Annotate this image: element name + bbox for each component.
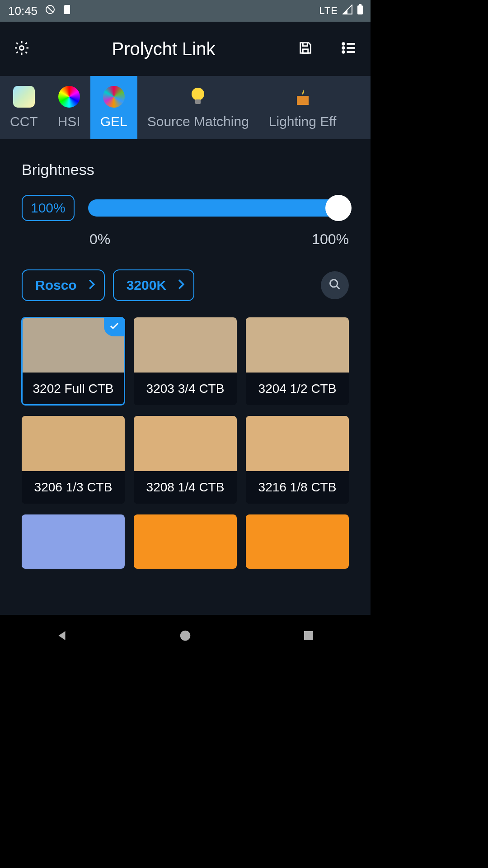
- gel-name: 3203 3/4 CTB: [134, 373, 237, 405]
- svg-rect-14: [297, 96, 309, 105]
- dnd-icon: [45, 4, 56, 18]
- slider-min-label: 0%: [89, 231, 110, 248]
- gel-icon: [103, 86, 125, 108]
- recents-button[interactable]: [302, 629, 315, 644]
- gel-card[interactable]: 3208 1/4 CTB: [134, 416, 237, 504]
- tab-label: Lighting Eff: [269, 114, 337, 129]
- circle-home-icon: [178, 636, 192, 644]
- tab-lighting-effects[interactable]: Lighting Eff: [259, 76, 347, 139]
- bulb-icon: [187, 86, 209, 108]
- slider-scale: 0% 100%: [89, 231, 349, 248]
- mode-tabs: CCT HSI GEL Source Matching Lighting Eff: [0, 76, 371, 139]
- square-recents-icon: [302, 636, 315, 644]
- gel-card[interactable]: 3203 3/4 CTB: [134, 317, 237, 405]
- brightness-slider[interactable]: [88, 199, 349, 217]
- tab-label: CCT: [10, 114, 38, 129]
- gel-swatch: [22, 416, 125, 471]
- network-label: LTE: [319, 5, 338, 17]
- triangle-back-icon: [55, 636, 69, 644]
- gel-card[interactable]: [22, 514, 125, 569]
- system-nav-bar: [0, 615, 371, 658]
- svg-rect-5: [303, 49, 308, 53]
- selected-badge: [104, 317, 125, 336]
- brightness-label: Brightness: [22, 161, 349, 179]
- svg-point-17: [180, 631, 191, 641]
- battery-icon: [357, 4, 363, 18]
- gel-card[interactable]: 3206 1/3 CTB: [22, 416, 125, 504]
- svg-point-15: [330, 280, 338, 287]
- svg-point-4: [20, 46, 24, 50]
- gel-swatch: [246, 416, 349, 471]
- settings-button[interactable]: [13, 40, 31, 58]
- filter-row: Rosco 3200K: [22, 269, 349, 301]
- gel-name: 3202 Full CTB: [22, 373, 125, 405]
- gel-swatch: [134, 514, 237, 569]
- search-button[interactable]: [321, 271, 349, 299]
- gel-swatch: [22, 514, 125, 569]
- tab-label: HSI: [58, 114, 80, 129]
- screen: 10:45 LTE Prolycht Link: [0, 0, 371, 658]
- tab-cct[interactable]: CCT: [0, 76, 48, 139]
- brand-filter-button[interactable]: Rosco: [22, 269, 105, 301]
- svg-rect-3: [359, 4, 361, 5]
- list-icon: [341, 40, 357, 58]
- svg-point-12: [192, 88, 204, 100]
- search-icon: [328, 278, 341, 292]
- tab-label: Source Matching: [147, 114, 249, 129]
- tab-label: GEL: [100, 114, 127, 129]
- cct-filter-label: 3200K: [127, 278, 166, 292]
- gel-grid: 3202 Full CTB 3203 3/4 CTB 3204 1/2 CTB …: [22, 317, 349, 569]
- signal-icon: [343, 5, 352, 17]
- status-time: 10:45: [8, 4, 38, 18]
- home-button[interactable]: [178, 629, 192, 644]
- sd-card-icon: [63, 4, 72, 18]
- gel-name: 3208 1/4 CTB: [134, 471, 237, 504]
- cct-filter-button[interactable]: 3200K: [113, 269, 194, 301]
- gel-card[interactable]: [134, 514, 237, 569]
- svg-rect-13: [195, 99, 201, 104]
- gel-card[interactable]: 3216 1/8 CTB: [246, 416, 349, 504]
- gel-name: 3206 1/3 CTB: [22, 471, 125, 504]
- gel-card[interactable]: 3204 1/2 CTB: [246, 317, 349, 405]
- svg-line-16: [337, 286, 340, 289]
- svg-line-1: [47, 7, 53, 12]
- brightness-control: 100%: [22, 195, 349, 221]
- gear-icon: [14, 40, 30, 58]
- back-button[interactable]: [55, 629, 69, 644]
- hsi-icon: [58, 86, 80, 108]
- slider-max-label: 100%: [312, 231, 349, 248]
- gel-card[interactable]: [246, 514, 349, 569]
- gel-name: 3204 1/2 CTB: [246, 373, 349, 405]
- tab-hsi[interactable]: HSI: [48, 76, 90, 139]
- save-icon: [298, 40, 313, 57]
- chevron-right-icon: [88, 278, 96, 293]
- gel-name: 3216 1/8 CTB: [246, 471, 349, 504]
- brightness-value-box[interactable]: 100%: [22, 195, 75, 221]
- chevron-right-icon: [177, 278, 185, 293]
- candle-icon: [292, 86, 314, 108]
- gel-swatch: [134, 416, 237, 471]
- svg-point-8: [343, 47, 344, 49]
- app-title: Prolycht Link: [31, 39, 296, 59]
- tab-gel[interactable]: GEL: [90, 76, 137, 139]
- svg-rect-18: [304, 631, 313, 640]
- app-bar: Prolycht Link: [0, 22, 371, 76]
- check-icon: [110, 322, 119, 332]
- cct-icon: [13, 86, 35, 108]
- menu-button[interactable]: [340, 40, 358, 58]
- gel-swatch: [134, 317, 237, 373]
- gel-swatch: [246, 317, 349, 373]
- brand-filter-label: Rosco: [35, 278, 77, 292]
- status-bar: 10:45 LTE: [0, 0, 371, 22]
- tab-source-matching[interactable]: Source Matching: [137, 76, 259, 139]
- save-button[interactable]: [296, 40, 314, 58]
- main-content: Brightness 100% 0% 100% Rosco 3200K: [0, 139, 371, 615]
- svg-point-10: [343, 51, 344, 53]
- slider-thumb[interactable]: [325, 195, 352, 221]
- gel-card[interactable]: 3202 Full CTB: [22, 317, 125, 405]
- gel-swatch: [246, 514, 349, 569]
- svg-rect-2: [357, 5, 363, 14]
- svg-point-6: [343, 43, 344, 45]
